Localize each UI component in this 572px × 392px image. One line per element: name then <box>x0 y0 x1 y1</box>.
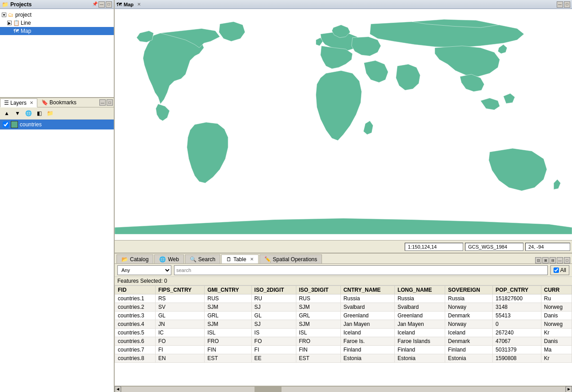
filter-select[interactable]: Any All Selected !Selected <box>117 265 171 275</box>
line-icon: 📋 <box>13 19 20 27</box>
projects-title: Projects <box>10 1 31 8</box>
projects-icon: 📁 <box>2 1 9 8</box>
search-input[interactable] <box>174 265 548 275</box>
bookmarks-tab-icon: 🔖 <box>41 99 48 106</box>
tab-catalog[interactable]: 📂 Catalog <box>116 254 153 263</box>
table-row[interactable]: countries.3GLGRLGLGRLGreenlandGreenlandD… <box>115 312 572 320</box>
tab-table[interactable]: 🗒 Table ✕ <box>221 254 259 263</box>
bottom-tab-controls: ⊡ ⊞ ⊟ — □ <box>535 257 570 263</box>
bottom-scrollbar[interactable]: ◀ ▶ <box>115 386 572 392</box>
data-table-wrapper[interactable]: FID FIPS_CNTRY GMI_CNTRY ISO_2DIGIT ISO_… <box>115 285 572 386</box>
status-coords: 24, -94 <box>525 243 570 251</box>
map-title-bar: 🗺 Map ✕ — □ <box>115 0 572 9</box>
col-cntry[interactable]: CNTRY_NAME <box>340 286 394 294</box>
table-content-area: Any All Selected !Selected All Features … <box>115 264 572 392</box>
scroll-left-btn[interactable]: ◀ <box>115 386 121 392</box>
layers-tab-label: Layers <box>10 100 27 106</box>
table-label: Table <box>233 256 246 263</box>
layer-item-countries[interactable]: countries <box>0 120 114 129</box>
bottom-panel-icon2[interactable]: ⊞ <box>542 257 549 263</box>
web-icon: 🌐 <box>159 256 166 263</box>
tab-layers[interactable]: ☰ Layers ✕ <box>0 98 37 107</box>
table-row[interactable]: countries.7FIFINFIFINFinlandFinlandFinla… <box>115 346 572 354</box>
layer-down-btn[interactable]: ▼ <box>13 108 22 118</box>
data-table: FID FIPS_CNTRY GMI_CNTRY ISO_2DIGIT ISO_… <box>115 285 572 363</box>
projects-pin-icon: 📌 <box>92 1 98 8</box>
spatial-icon: ✏️ <box>264 256 271 263</box>
col-iso2[interactable]: ISO_2DIGIT <box>251 286 296 294</box>
tab-search[interactable]: 🔍 Search <box>185 254 220 263</box>
all-label: All <box>560 267 566 273</box>
projects-title-bar: 📁 Projects 📌 — □ <box>0 0 114 9</box>
features-selected-text: Features Selected: 0 <box>117 278 167 284</box>
table-row[interactable]: countries.4JNSJMSJSJMJan MayenJan MayenN… <box>115 320 572 329</box>
layer-globe-btn[interactable]: 🌐 <box>23 108 33 118</box>
map-canvas[interactable] <box>115 9 572 240</box>
map-panel-title: Map <box>124 2 134 7</box>
web-label: Web <box>168 256 179 263</box>
bottom-panel-icon1[interactable]: ⊡ <box>535 257 541 263</box>
layers-minimize-btn[interactable]: — <box>99 99 106 106</box>
table-row[interactable]: countries.2SVSJMSJSJMSvalbardSvalbardNor… <box>115 303 572 312</box>
tab-bookmarks[interactable]: 🔖 Bookmarks <box>37 98 80 107</box>
tab-spatial[interactable]: ✏️ Spatial Operations <box>259 254 322 263</box>
col-fid[interactable]: FID <box>115 286 156 294</box>
table-toolbar: Any All Selected !Selected All <box>115 264 572 277</box>
projects-tree: ▼ 🗂 project ▶ 📋 Line 🗺 Map <box>0 9 114 97</box>
layers-tabs-bar: ☰ Layers ✕ 🔖 Bookmarks — □ <box>0 98 114 107</box>
map-icon: 🗺 <box>13 27 20 35</box>
project-label: project <box>15 12 31 18</box>
scroll-right-btn[interactable]: ▶ <box>566 386 572 392</box>
world-map-svg <box>115 9 572 240</box>
status-crs: GCS_WGS_1984 <box>465 243 523 251</box>
map-panel: 🗺 Map ✕ — □ <box>115 0 572 253</box>
col-curr[interactable]: CURR <box>541 286 572 294</box>
map-maximize-btn[interactable]: □ <box>564 1 570 8</box>
project-folder-icon: 🗂 <box>7 11 14 18</box>
bottom-panel: 📂 Catalog 🌐 Web 🔍 Search 🗒 Table ✕ <box>115 253 572 392</box>
table-row[interactable]: countries.8ENESTEEESTEstoniaEstoniaEston… <box>115 354 572 363</box>
map-panel-close[interactable]: ✕ <box>137 2 141 7</box>
table-row[interactable]: countries.1RSRUSRURUSRussiaRussiaRussia1… <box>115 294 572 303</box>
layers-maximize-btn[interactable]: □ <box>107 99 113 106</box>
layer-countries-checkbox[interactable] <box>3 121 9 128</box>
table-close-icon[interactable]: ✕ <box>250 257 254 262</box>
scroll-track[interactable] <box>121 386 566 392</box>
table-header-row: FID FIPS_CNTRY GMI_CNTRY ISO_2DIGIT ISO_… <box>115 286 572 294</box>
col-fips[interactable]: FIPS_CNTRY <box>155 286 204 294</box>
layer-add-btn[interactable]: 📁 <box>45 108 55 118</box>
tab-web[interactable]: 🌐 Web <box>154 254 183 263</box>
all-checkbox[interactable] <box>554 267 559 273</box>
project-toggle[interactable]: ▼ <box>2 13 6 17</box>
col-pop[interactable]: POP_CNTRY <box>493 286 541 294</box>
line-toggle[interactable]: ▶ <box>7 21 12 25</box>
bottom-panel-icon3[interactable]: ⊟ <box>550 257 556 263</box>
tree-item-line[interactable]: ▶ 📋 Line <box>0 19 114 27</box>
layers-close-icon[interactable]: ✕ <box>30 100 33 105</box>
projects-minimize-btn[interactable]: — <box>98 1 105 8</box>
projects-maximize-btn[interactable]: □ <box>106 1 112 8</box>
table-row[interactable]: countries.6FOFROFOFROFaroe Is.Faroe Isla… <box>115 337 572 346</box>
status-scale: 1:150,124,14 <box>405 243 463 251</box>
col-gmi[interactable]: GMI_CNTRY <box>205 286 251 294</box>
col-long[interactable]: LONG_NAME <box>394 286 445 294</box>
table-icon: 🗒 <box>226 256 232 263</box>
layer-countries-thumb <box>11 121 18 128</box>
all-button[interactable]: All <box>550 265 569 275</box>
layers-toolbar: ▲ ▼ 🌐 ◧ 📁 <box>0 107 114 120</box>
layer-up-btn[interactable]: ▲ <box>2 108 12 118</box>
scroll-thumb[interactable] <box>255 387 282 392</box>
layer-style-btn[interactable]: ◧ <box>34 108 44 118</box>
table-row[interactable]: countries.5ICISLISISLIcelandIcelandIcela… <box>115 329 572 337</box>
bottom-panel-minimize[interactable]: — <box>557 257 563 263</box>
bottom-panel-maximize[interactable]: □ <box>564 257 570 263</box>
projects-panel: 📁 Projects 📌 — □ ▼ 🗂 project ▶ <box>0 0 114 98</box>
tree-item-project[interactable]: ▼ 🗂 project <box>0 11 114 19</box>
map-label: Map <box>21 28 31 34</box>
tree-item-map[interactable]: 🗺 Map <box>0 27 114 35</box>
map-panel-icon: 🗺 <box>116 1 122 8</box>
col-iso3[interactable]: ISO_3DIGIT <box>296 286 340 294</box>
col-sov[interactable]: SOVEREIGN <box>445 286 493 294</box>
map-minimize-btn[interactable]: — <box>557 1 563 8</box>
catalog-label: Catalog <box>130 256 148 263</box>
